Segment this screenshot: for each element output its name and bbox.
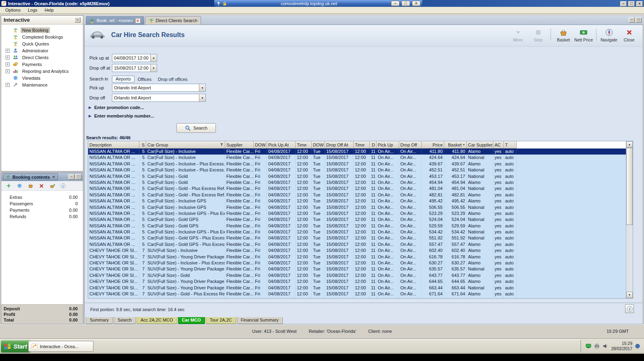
search-button[interactable]: Search (176, 123, 216, 133)
collapse-panel-icon[interactable]: – (75, 17, 81, 23)
menu-logs[interactable]: Logs (24, 7, 41, 13)
basket-add-icon[interactable] (27, 183, 33, 189)
column-header-dow-7[interactable]: DOW (312, 141, 325, 149)
sidebar-item-viewdata[interactable]: Viewdata (1, 74, 83, 81)
expand-icon[interactable]: + (6, 56, 10, 60)
table-row[interactable]: CHEVY TAHOE OR SI...7SUV(Full Size) - In… (88, 260, 633, 266)
column-header-drop-off-12[interactable]: Drop Off (399, 141, 422, 149)
table-row[interactable]: NISSAN ALTIMA OR ...5Car(Full Size) - In… (88, 210, 633, 217)
close-tab-icon[interactable]: ✕ (52, 175, 55, 179)
column-header-basket-14[interactable]: Basket▼ (444, 141, 467, 149)
expand-icon[interactable]: + (6, 83, 10, 87)
column-header-car-supplier-15[interactable]: Car Supplier (467, 141, 493, 149)
float-panel-icon[interactable]: □ (75, 174, 81, 179)
basket-button[interactable]: Basket (554, 27, 573, 42)
bottom-tab-search[interactable]: Search (114, 317, 136, 324)
column-header-drop-off-at-8[interactable]: Drop Off At (325, 141, 354, 149)
tab-book-ref-none[interactable]: Book. ref.: <none>✕ (86, 16, 144, 25)
table-row[interactable]: NISSAN ALTIMA OR ...5Car(Full Size) - Go… (88, 235, 633, 241)
table-row[interactable]: NISSAN ALTIMA OR ...5Car(Full Size) - Go… (88, 186, 633, 192)
nett-price-button[interactable]: Nett Price (574, 27, 593, 42)
column-header-t-17[interactable]: T (504, 141, 517, 149)
bottom-tab-car-mco[interactable]: Car MCO (178, 317, 205, 324)
volume-tray-icon[interactable] (603, 343, 608, 349)
scrollbar-thumb[interactable] (626, 148, 633, 225)
table-row[interactable]: NISSAN ALTIMA OR ...5Car(Full Size) - In… (88, 229, 633, 235)
close-button[interactable]: Close (619, 27, 639, 42)
table-row[interactable]: NISSAN ALTIMA OR ...5Car(Full Size) - Go… (88, 192, 633, 198)
table-row[interactable]: NISSAN ALTIMA OR ...5Car(Full Size) - Go… (88, 223, 633, 229)
printer-tray-icon[interactable] (594, 343, 600, 349)
table-row[interactable]: CHEVY TAHOE OR SI...7SUV(Full Size) - Yo… (88, 266, 633, 272)
column-header-time-6[interactable]: Time (296, 141, 312, 149)
maximize-icon[interactable]: □ (628, 1, 635, 6)
column-header-d-10[interactable]: D (370, 141, 377, 149)
menu-options[interactable]: Options (2, 7, 24, 13)
sidebar-item-reporting-and-analytics[interactable]: +Reporting and Analytics (1, 68, 83, 74)
rdp-close-icon[interactable]: × (412, 1, 420, 6)
promotion-code-expander[interactable]: ▶ Enter promotion code... (89, 105, 144, 110)
scroll-up-icon[interactable]: ▲ (626, 141, 633, 148)
pickup-combo[interactable]: Orlando Intl Airport ▼ (112, 84, 206, 92)
expand-icon[interactable]: + (6, 62, 10, 66)
table-row[interactable]: NISSAN ALTIMA OR ...5Car(Full Size) - Go… (88, 179, 633, 186)
scroll-down-icon[interactable]: ▼ (626, 292, 633, 298)
sidebar-item-payments[interactable]: +Payments (1, 61, 83, 68)
sidebar-item-maintenance[interactable]: +Maintenance (1, 81, 83, 88)
table-row[interactable]: CHEVY TAHOE OR SI...7SUV(Full Size) - Go… (88, 297, 633, 299)
sidebar-item-completed-bookings[interactable]: Completed Bookings (1, 33, 83, 40)
expand-icon[interactable]: + (6, 49, 10, 53)
search-in-tab-airports[interactable]: Airports (112, 76, 135, 83)
close-tab-icon[interactable]: ✕ (135, 18, 141, 23)
membership-number-expander[interactable]: ▶ Enter membership number... (89, 113, 154, 118)
column-header-s-1[interactable]: S (139, 141, 146, 149)
table-row[interactable]: NISSAN ALTIMA OR ...5Car(Full Size) - In… (88, 204, 633, 210)
filter-icon[interactable] (219, 143, 224, 146)
info-icon[interactable]: i (60, 183, 66, 189)
input-indicator-icon[interactable] (635, 344, 640, 349)
pickup-at-combo[interactable]: 04/08/2017 12:00 ▼ (112, 54, 157, 62)
table-row[interactable]: NISSAN ALTIMA OR ...5Car(Full Size) - In… (88, 167, 633, 173)
mdi-minimize-icon[interactable]: – (629, 17, 635, 23)
rdp-restore-icon[interactable]: □ (402, 1, 410, 6)
table-row[interactable]: NISSAN ALTIMA OR ...5Car(Full Size) - In… (88, 149, 633, 155)
column-header-time-9[interactable]: Time (354, 141, 370, 149)
column-header-dow-4[interactable]: DOW (254, 141, 267, 149)
add-icon[interactable] (6, 183, 12, 189)
column-header-car-group-2[interactable]: Car Group (146, 141, 225, 149)
dropoff-combo[interactable]: Orlando Intl Airport ▼ (112, 94, 206, 102)
table-row[interactable]: CHEVY TAHOE OR SI...7SUV(Full Size) - Yo… (88, 285, 633, 291)
globe-icon[interactable] (17, 183, 23, 189)
table-row[interactable]: CHEVY TAHOE OR SI...7SUV(Full Size) - Go… (88, 272, 633, 278)
minimize-icon[interactable]: – (620, 1, 627, 6)
table-row[interactable]: CHEVY TAHOE OR SI...7SUV(Full Size) - Yo… (88, 278, 633, 285)
table-row[interactable]: CHEVY TAHOE OR SI...7SUV(Full Size) - Yo… (88, 254, 633, 260)
column-header-pick-up-11[interactable]: Pick Up (377, 141, 399, 149)
info-button[interactable]: i (625, 304, 634, 313)
delete-icon[interactable] (38, 183, 44, 189)
close-icon[interactable]: × (636, 1, 643, 6)
table-row[interactable]: CHEVY TAHOE OR SI...7SUV(Full Size) - Go… (88, 291, 633, 297)
dropoff-at-combo[interactable]: 15/08/2017 12:00 ▼ (112, 64, 157, 72)
bottom-tab-tour-2a-2c[interactable]: Tour 2A,2C (206, 317, 236, 324)
basket-up-icon[interactable] (49, 183, 55, 189)
pin-icon[interactable] (216, 1, 221, 6)
table-row[interactable]: CHEVY TAHOE OR SI...7SUV(Full Size) - In… (88, 248, 633, 254)
expand-icon[interactable]: + (6, 69, 10, 73)
column-header-pick-up-at-5[interactable]: Pick Up At (267, 141, 296, 149)
booking-contents-tab[interactable]: Booking contents ✕ (3, 173, 58, 180)
sidebar-item-administrator[interactable]: +Administrator (1, 47, 83, 54)
table-row[interactable]: NISSAN ALTIMA OR ...5Car(Full Size) - Go… (88, 173, 633, 179)
table-row[interactable]: NISSAN ALTIMA OR ...5Car(Full Size) - In… (88, 161, 633, 167)
table-row[interactable]: NISSAN ALTIMA OR ...5Car(Full Size) - Go… (88, 217, 633, 223)
table-row[interactable]: NISSAN ALTIMA OR ...5Car(Full Size) - Go… (88, 241, 633, 248)
bottom-tab-financial-summary[interactable]: Financial Summary (237, 317, 283, 324)
minimize-panel-icon[interactable]: – (68, 174, 75, 179)
column-header-ac-16[interactable]: AC (493, 141, 504, 149)
search-in-tab-offices[interactable]: Offices (135, 76, 155, 83)
sidebar-item-direct-clients[interactable]: +Direct Clients (1, 54, 83, 61)
network-tray-icon[interactable] (586, 343, 591, 349)
table-row[interactable]: NISSAN ALTIMA OR ...5Car(Full Size) - In… (88, 155, 633, 161)
menu-help[interactable]: Help (41, 7, 58, 13)
vertical-scrollbar[interactable]: ▲ ▼ (626, 141, 633, 298)
